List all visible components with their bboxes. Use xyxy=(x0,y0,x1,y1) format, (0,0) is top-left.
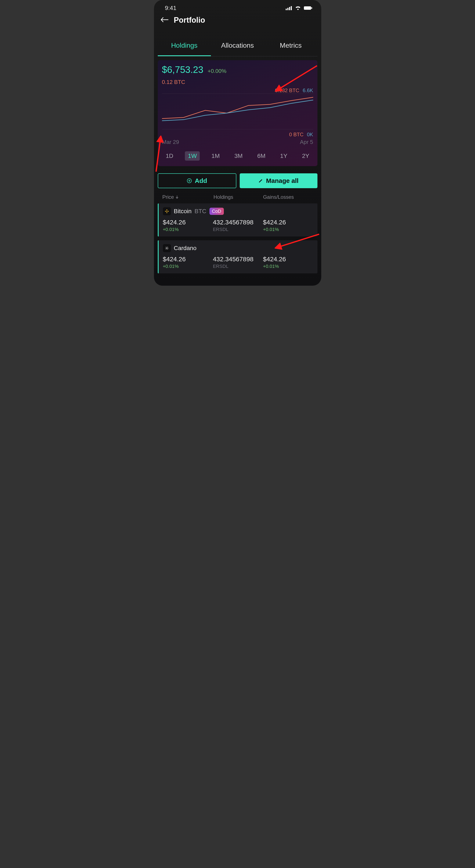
svg-point-12 xyxy=(166,247,166,247)
cardano-icon xyxy=(163,244,171,252)
asset-name: Cardano xyxy=(174,245,197,252)
wifi-icon xyxy=(295,6,301,10)
asset-gain: $424.26 xyxy=(263,219,313,226)
back-arrow-icon[interactable] xyxy=(160,17,169,24)
svg-point-11 xyxy=(168,248,169,249)
axis-top-btc: 0.132 BTC xyxy=(275,88,299,93)
range-1m[interactable]: 1M xyxy=(209,151,223,161)
asset-name: Bitcoin xyxy=(174,208,192,215)
range-1d[interactable]: 1D xyxy=(163,151,176,161)
asset-gain-change: +0.01% xyxy=(263,264,313,269)
asset-holdings-amount: 432.34567898 xyxy=(213,219,263,226)
svg-point-10 xyxy=(165,248,166,249)
balance-fiat: $6,753.23 xyxy=(162,64,204,75)
battery-icon xyxy=(304,6,312,10)
chart-series-usd xyxy=(162,100,313,121)
range-1y[interactable]: 1Y xyxy=(277,151,290,161)
asset-list: BitcoinBTCCoD$424.26+0.01%432.34567898ER… xyxy=(154,204,321,273)
status-icons xyxy=(286,6,312,10)
asset-price-change: +0.01% xyxy=(163,264,213,269)
manage-button-label: Manage all xyxy=(266,177,298,184)
tab-allocations[interactable]: Allocations xyxy=(211,37,264,56)
chart-date-range: Mar 29 Apr 5 xyxy=(162,139,313,145)
asset-row[interactable]: BitcoinBTCCoD$424.26+0.01%432.34567898ER… xyxy=(158,204,317,237)
svg-rect-2 xyxy=(289,7,290,10)
sort-down-icon xyxy=(175,195,178,199)
col-header-holdings[interactable]: Holdings xyxy=(213,194,263,200)
balance-change: +0.00% xyxy=(207,68,226,74)
axis-top-usd: 6.6K xyxy=(303,88,313,93)
range-1w[interactable]: 1W xyxy=(185,151,200,161)
status-time: 9:41 xyxy=(165,5,177,11)
nav-bar: Portfolio xyxy=(154,13,321,31)
tab-metrics[interactable]: Metrics xyxy=(264,37,317,56)
tab-holdings[interactable]: Holdings xyxy=(158,37,211,56)
range-6m[interactable]: 6M xyxy=(255,151,269,161)
pencil-icon xyxy=(258,179,263,183)
asset-holdings-unit: ERSDL xyxy=(213,264,263,269)
svg-point-13 xyxy=(167,247,168,247)
chart-axis-top: 0.132 BTC 6.6K xyxy=(162,88,313,93)
asset-price: $424.26 xyxy=(163,219,213,226)
plus-circle-icon xyxy=(187,178,192,183)
svg-point-14 xyxy=(166,249,166,250)
svg-rect-5 xyxy=(311,7,312,9)
page-title: Portfolio xyxy=(174,16,205,25)
asset-gain: $424.26 xyxy=(263,255,313,263)
range-2y[interactable]: 2Y xyxy=(299,151,312,161)
col-header-gains[interactable]: Gains/Losses xyxy=(263,194,313,200)
balance-btc: 0.12 BTC xyxy=(162,79,313,85)
add-button-label: Add xyxy=(195,177,207,184)
svg-point-15 xyxy=(167,249,168,250)
asset-badge: CoD xyxy=(209,208,224,215)
svg-rect-4 xyxy=(304,6,311,10)
asset-row[interactable]: Cardano$424.26+0.01%432.34567898ERSDL$42… xyxy=(158,240,317,273)
phone-frame: 9:41 Portfolio Holdings Allocations Metr… xyxy=(154,0,321,286)
binance-icon xyxy=(163,207,171,215)
asset-holdings-amount: 432.34567898 xyxy=(213,255,263,263)
svg-point-9 xyxy=(166,248,168,249)
chart-axis-bottom: 0 BTC 0K xyxy=(162,132,313,137)
chart-series-btc xyxy=(162,97,313,119)
svg-rect-0 xyxy=(286,9,287,10)
signal-icon xyxy=(286,6,292,10)
status-bar: 9:41 xyxy=(154,0,321,13)
manage-all-button[interactable]: Manage all xyxy=(240,173,317,188)
asset-price-change: +0.01% xyxy=(163,227,213,232)
time-range-selector: 1D1W1M3M6M1Y2Y xyxy=(162,151,313,161)
asset-list-header: Price Holdings Gains/Losses xyxy=(162,194,313,200)
svg-rect-1 xyxy=(287,8,289,10)
chart-date-start: Mar 29 xyxy=(162,139,179,145)
add-button[interactable]: Add xyxy=(158,173,236,188)
svg-rect-3 xyxy=(291,6,292,10)
asset-ticker: BTC xyxy=(195,208,206,215)
action-row: Add Manage all xyxy=(158,173,317,188)
range-3m[interactable]: 3M xyxy=(232,151,246,161)
asset-price: $424.26 xyxy=(163,255,213,263)
axis-bottom-btc: 0 BTC xyxy=(289,132,303,137)
chart-date-end: Apr 5 xyxy=(300,139,313,145)
asset-holdings-unit: ERSDL xyxy=(213,227,263,232)
tabs: Holdings Allocations Metrics xyxy=(158,37,317,56)
axis-bottom-usd: 0K xyxy=(307,132,313,137)
balance-chart-card: $6,753.23 +0.00% 0.12 BTC 0.132 BTC 6.6K… xyxy=(158,60,317,166)
chart-area[interactable] xyxy=(162,93,313,129)
col-header-price[interactable]: Price xyxy=(162,194,213,200)
asset-gain-change: +0.01% xyxy=(263,227,313,232)
